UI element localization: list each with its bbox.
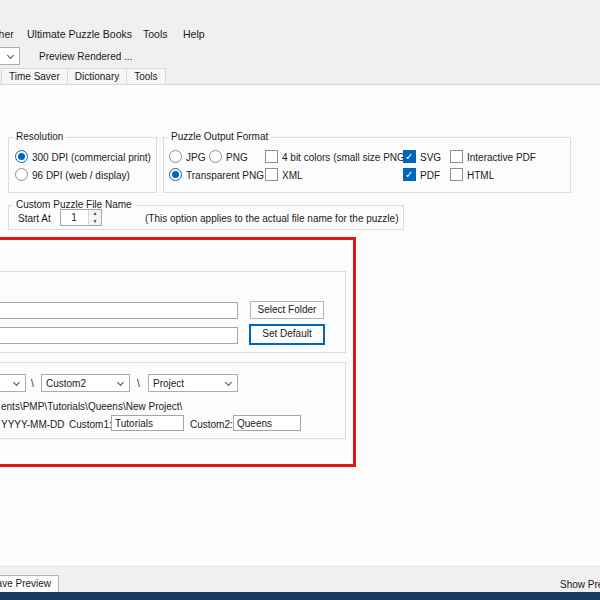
name-part2-value: Custom2 (46, 378, 86, 389)
path-separator-label: \ (137, 378, 140, 390)
start-at-label: Start At (18, 213, 51, 225)
radio-transparent-png[interactable] (169, 168, 182, 181)
name-part3-value: Project (153, 378, 184, 389)
tab-time-saver[interactable]: Time Saver (1, 68, 68, 85)
radio-transparent-png-label: Transparent PNG (186, 170, 264, 182)
checkbox-4bit-colors-label: 4 bit colors (small size PNG) (282, 152, 408, 164)
radio-jpg-label: JPG (186, 152, 205, 164)
name-part3-combobox[interactable]: Project (148, 374, 238, 392)
default-folder-input[interactable] (0, 327, 238, 344)
resolution-group-title: Resolution (13, 131, 66, 142)
name-part1-combobox[interactable] (0, 374, 26, 392)
menu-item-ultimate-puzzle-books[interactable]: Ultimate Puzzle Books (23, 26, 136, 42)
chevron-down-icon (225, 379, 232, 386)
stepper-down-icon[interactable]: ▼ (89, 218, 101, 226)
checkbox-svg-label: SVG (420, 152, 441, 164)
app-window: Publisher Ultimate Puzzle Books Tools He… (0, 0, 600, 600)
radio-png-label: PNG (226, 152, 248, 164)
custom2-input[interactable] (233, 415, 301, 431)
save-preview-button[interactable]: Save Preview (0, 575, 59, 593)
tab-tools[interactable]: Tools (126, 68, 165, 85)
toolbar-combobox[interactable] (0, 47, 20, 65)
file-name-note-label: (This option applies to the actual file … (145, 213, 398, 225)
checkbox-xml-label: XML (282, 170, 303, 182)
custom1-label: Custom1: (69, 419, 112, 431)
name-part2-combobox[interactable]: Custom2 (41, 374, 130, 392)
stepper-up-icon[interactable]: ▲ (89, 210, 101, 218)
radio-jpg[interactable] (169, 150, 182, 163)
radio-300-dpi[interactable] (15, 150, 28, 163)
checkbox-interactive-pdf[interactable] (450, 150, 463, 163)
radio-png[interactable] (209, 150, 222, 163)
start-at-stepper[interactable]: 1 ▲ ▼ (60, 209, 102, 226)
folder-path-input[interactable] (0, 302, 238, 319)
checkbox-4bit-colors[interactable] (265, 150, 278, 163)
checkbox-svg[interactable] (403, 150, 416, 163)
output-path-preview: ents\PMP\Tutorials\Queens\New Project\ (1, 401, 182, 413)
checkbox-xml[interactable] (265, 168, 278, 181)
menu-item-publisher[interactable]: Publisher (0, 26, 18, 42)
status-strip (0, 566, 600, 592)
checkbox-pdf[interactable] (403, 168, 416, 181)
path-separator-label: \ (31, 378, 34, 390)
custom2-label: Custom2: (190, 419, 233, 431)
radio-300-dpi-label: 300 DPI (commercial print) (32, 152, 151, 164)
radio-96-dpi[interactable] (15, 168, 28, 181)
output-format-group-title: Puzzle Output Format (168, 131, 271, 142)
chevron-down-icon (13, 379, 20, 386)
date-format-label: YYYY-MM-DD (1, 419, 65, 431)
menu-item-tools[interactable]: Tools (139, 26, 172, 42)
bottom-bar (0, 592, 600, 600)
select-folder-button[interactable]: Select Folder (250, 301, 324, 319)
checkbox-html[interactable] (450, 168, 463, 181)
checkbox-interactive-pdf-label: Interactive PDF (467, 152, 536, 164)
radio-96-dpi-label: 96 DPI (web / display) (32, 170, 130, 182)
resolution-group (8, 137, 157, 193)
custom1-input[interactable] (111, 415, 184, 431)
preview-rendered-label: Preview Rendered ... (39, 51, 132, 63)
tab-dictionary[interactable]: Dictionary (67, 68, 127, 85)
checkbox-html-label: HTML (467, 170, 494, 182)
start-at-value: 1 (61, 212, 87, 223)
chevron-down-icon (7, 52, 14, 59)
tab-strip: Time Saver Dictionary Tools (1, 68, 165, 85)
chevron-down-icon (117, 379, 124, 386)
output-format-group (163, 137, 571, 193)
menu-item-help[interactable]: Help (179, 26, 209, 42)
set-default-button[interactable]: Set Default (250, 325, 324, 344)
stepper-buttons: ▲ ▼ (88, 210, 101, 225)
show-preview-label[interactable]: Show Preview (560, 579, 600, 591)
checkbox-pdf-label: PDF (420, 170, 440, 182)
